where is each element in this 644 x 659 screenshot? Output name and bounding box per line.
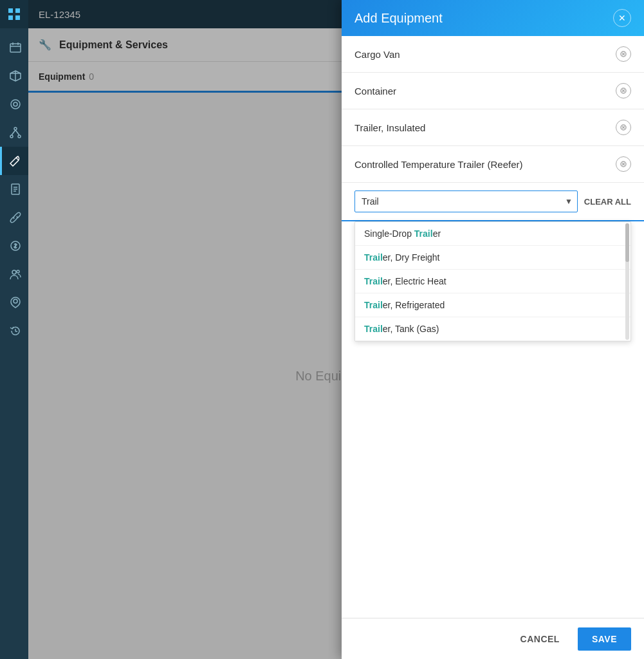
remove-trailer-insulated-button[interactable]	[616, 120, 631, 135]
svg-rect-0	[8, 8, 13, 13]
suggestion-highlight: Trail	[364, 276, 383, 286]
selected-equipment-cargo-van: Cargo Van	[342, 36, 644, 73]
sidebar-item-branches[interactable]	[0, 118, 28, 147]
remove-cargo-van-button[interactable]	[616, 46, 631, 62]
svg-point-25	[12, 270, 16, 274]
suggestion-suffix: er, Electric Heat	[383, 276, 446, 286]
suggestion-suffix: er, Dry Freight	[383, 252, 440, 263]
svg-line-18	[16, 158, 19, 160]
suggestion-highlight: Trail	[364, 252, 383, 263]
svg-point-14	[10, 135, 13, 138]
selected-equipment-reefer: Controlled Temperature Trailer (Reefer)	[342, 146, 644, 183]
suggestion-prefix: Single-Drop	[364, 228, 414, 239]
main-area: EL-12345 🔧 Equipment & Services Equipmen…	[28, 0, 644, 659]
selected-equipment-container: Container	[342, 73, 644, 109]
suggestions-list: Single-Drop Trailer Trailer, Dry Freight…	[354, 221, 631, 342]
sidebar-item-packages[interactable]	[0, 62, 28, 90]
sidebar	[0, 0, 28, 659]
clear-all-button[interactable]: CLEAR ALL	[584, 194, 631, 209]
suggestion-suffix: er	[433, 228, 441, 239]
cargo-van-label: Cargo Van	[354, 49, 616, 60]
suggestion-trailer-tank-gas[interactable]: Trailer, Tank (Gas)	[355, 317, 630, 341]
svg-line-16	[12, 130, 15, 135]
sidebar-item-calendar[interactable]	[0, 33, 28, 62]
sidebar-logo	[0, 0, 28, 28]
sidebar-item-links[interactable]	[0, 203, 28, 232]
selected-equipment-trailer-insulated: Trailer, Insulated	[342, 109, 644, 146]
search-row: ▼ CLEAR ALL	[342, 183, 644, 221]
svg-point-13	[14, 127, 17, 130]
trailer-insulated-label: Trailer, Insulated	[354, 122, 616, 133]
container-label: Container	[354, 86, 616, 97]
suggestion-trailer-dry-freight[interactable]: Trailer, Dry Freight	[355, 246, 630, 270]
sidebar-item-history[interactable]	[0, 317, 28, 345]
svg-point-26	[17, 270, 19, 273]
remove-reefer-button[interactable]	[616, 156, 631, 172]
sidebar-item-tools[interactable]	[0, 147, 28, 175]
remove-container-button[interactable]	[616, 83, 631, 98]
svg-rect-3	[15, 15, 20, 20]
sidebar-item-users[interactable]	[0, 260, 28, 288]
svg-point-12	[14, 102, 17, 106]
scrollbar-thumb	[625, 223, 629, 262]
suggestion-single-drop-trailer[interactable]: Single-Drop Trailer	[355, 222, 630, 246]
suggestion-highlight: Trail	[414, 228, 433, 239]
modal-title: Add Equipment	[354, 11, 613, 26]
sidebar-item-documents[interactable]	[0, 175, 28, 203]
svg-rect-2	[8, 15, 13, 20]
equipment-search-input[interactable]	[354, 190, 578, 212]
add-equipment-modal: Add Equipment ✕ Cargo Van Container	[342, 0, 644, 659]
modal-footer: CANCEL SAVE	[342, 618, 644, 659]
suggestion-highlight: Trail	[364, 300, 383, 310]
sidebar-item-billing[interactable]	[0, 232, 28, 260]
cancel-button[interactable]: CANCEL	[510, 627, 570, 651]
reefer-label: Controlled Temperature Trailer (Reefer)	[354, 159, 616, 170]
suggestion-trailer-electric-heat[interactable]: Trailer, Electric Heat	[355, 270, 630, 293]
sidebar-item-tracking[interactable]	[0, 90, 28, 118]
modal-body: Cargo Van Container	[342, 36, 644, 618]
svg-rect-1	[15, 8, 20, 13]
suggestion-highlight: Trail	[364, 324, 383, 334]
save-button[interactable]: SAVE	[578, 627, 631, 651]
suggestion-suffix: er, Refrigerated	[383, 300, 445, 310]
suggestion-suffix: er, Tank (Gas)	[383, 324, 439, 334]
svg-rect-4	[10, 44, 21, 52]
svg-line-17	[15, 130, 19, 135]
svg-point-11	[11, 100, 20, 109]
modal-close-button[interactable]: ✕	[613, 9, 631, 27]
svg-point-15	[18, 135, 21, 138]
modal-header: Add Equipment ✕	[342, 0, 644, 36]
close-icon: ✕	[618, 13, 626, 23]
sidebar-item-address[interactable]	[0, 288, 28, 317]
suggestion-trailer-refrigerated[interactable]: Trailer, Refrigerated	[355, 293, 630, 317]
search-input-wrap: ▼	[354, 190, 578, 212]
suggestions-scrollbar	[625, 223, 629, 340]
svg-point-27	[14, 299, 17, 303]
